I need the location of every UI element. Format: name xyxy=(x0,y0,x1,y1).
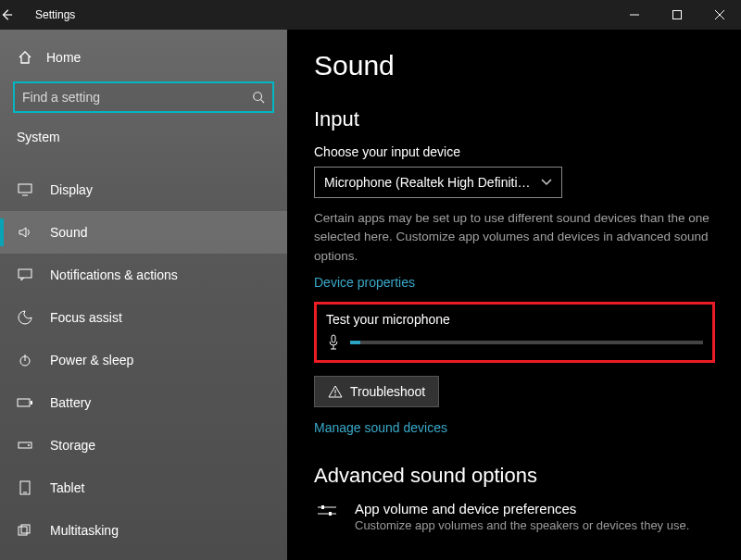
test-microphone-section: Test your microphone xyxy=(314,302,715,363)
sidebar-item-storage[interactable]: Storage xyxy=(0,424,287,467)
sidebar-item-focus-assist[interactable]: Focus assist xyxy=(0,296,287,339)
sidebar-item-label: Display xyxy=(50,182,93,197)
power-icon xyxy=(17,353,33,367)
settings-window: Settings Home xyxy=(0,0,741,560)
home-nav[interactable]: Home xyxy=(13,39,274,76)
svg-point-5 xyxy=(254,93,262,101)
svg-line-6 xyxy=(261,100,265,104)
storage-icon xyxy=(17,440,33,451)
sidebar-item-sound[interactable]: Sound xyxy=(0,211,287,254)
page-title: Sound xyxy=(314,50,715,81)
multitasking-icon xyxy=(17,524,33,537)
device-properties-link[interactable]: Device properties xyxy=(314,275,415,290)
search-input[interactable] xyxy=(22,90,252,105)
svg-rect-7 xyxy=(19,184,31,193)
manage-sound-devices-link[interactable]: Manage sound devices xyxy=(314,420,447,435)
test-mic-label: Test your microphone xyxy=(326,312,703,327)
app-volume-title: App volume and device preferences xyxy=(355,501,689,516)
window-body: Home System Display xyxy=(0,30,741,560)
sidebar-group-title: System xyxy=(13,130,274,144)
sidebar: Home System Display xyxy=(0,30,288,560)
svg-rect-9 xyxy=(19,269,31,278)
back-button[interactable] xyxy=(0,8,30,21)
svg-rect-28 xyxy=(329,512,332,516)
battery-icon xyxy=(17,397,33,408)
sidebar-item-battery[interactable]: Battery xyxy=(0,381,287,424)
chevron-down-icon xyxy=(541,179,552,186)
mic-level-meter xyxy=(350,341,703,344)
content-area: Sound Input Choose your input device Mic… xyxy=(288,30,741,560)
home-label: Home xyxy=(46,50,81,65)
window-title: Settings xyxy=(30,8,75,21)
sidebar-item-notifications[interactable]: Notifications & actions xyxy=(0,254,287,296)
maximize-icon xyxy=(672,10,682,19)
svg-rect-19 xyxy=(21,525,30,533)
close-icon xyxy=(715,10,724,19)
mic-level-fill xyxy=(350,341,360,344)
app-volume-row[interactable]: App volume and device preferences Custom… xyxy=(314,501,715,532)
sidebar-item-tablet[interactable]: Tablet xyxy=(0,467,287,509)
sidebar-item-multitasking[interactable]: Multitasking xyxy=(0,509,287,552)
input-device-dropdown[interactable]: Microphone (Realtek High Definiti… xyxy=(314,167,562,198)
sidebar-item-label: Focus assist xyxy=(50,310,122,325)
sidebar-item-label: Multitasking xyxy=(50,523,119,538)
focus-assist-icon xyxy=(17,310,33,325)
advanced-heading: Advanced sound options xyxy=(314,464,715,488)
sidebar-item-label: Power & sleep xyxy=(50,353,133,367)
sidebar-item-label: Tablet xyxy=(50,480,84,495)
warning-icon xyxy=(328,385,343,398)
svg-rect-13 xyxy=(31,401,32,404)
svg-rect-26 xyxy=(321,505,324,509)
close-button[interactable] xyxy=(698,0,741,30)
svg-point-15 xyxy=(28,444,30,446)
minimize-icon xyxy=(630,10,639,19)
notifications-icon xyxy=(17,268,33,281)
app-volume-desc: Customize app volumes and the speakers o… xyxy=(355,518,689,532)
choose-input-label: Choose your input device xyxy=(314,144,715,159)
mic-meter-row xyxy=(326,334,703,351)
sidebar-nav: Display Sound Notifications & actions Fo… xyxy=(0,168,287,552)
display-icon xyxy=(17,183,33,196)
microphone-icon xyxy=(326,334,341,351)
titlebar: Settings xyxy=(0,0,741,30)
home-icon xyxy=(17,50,33,65)
back-arrow-icon xyxy=(0,8,13,21)
search-box[interactable] xyxy=(13,81,274,113)
window-controls xyxy=(613,0,741,30)
sidebar-item-label: Notifications & actions xyxy=(50,268,178,282)
sidebar-item-power-sleep[interactable]: Power & sleep xyxy=(0,339,287,381)
selected-device-text: Microphone (Realtek High Definiti… xyxy=(324,175,531,190)
sidebar-item-label: Storage xyxy=(50,438,95,453)
svg-rect-12 xyxy=(18,399,30,406)
maximize-button[interactable] xyxy=(656,0,698,30)
sliders-icon xyxy=(314,501,340,521)
sidebar-item-label: Sound xyxy=(50,225,87,240)
input-heading: Input xyxy=(314,107,715,131)
sidebar-item-label: Battery xyxy=(50,395,91,410)
svg-rect-18 xyxy=(19,527,27,535)
minimize-button[interactable] xyxy=(613,0,656,30)
troubleshoot-label: Troubleshoot xyxy=(350,384,425,399)
svg-rect-2 xyxy=(673,11,682,19)
input-note: Certain apps may be set up to use differ… xyxy=(314,209,715,266)
tablet-icon xyxy=(17,480,33,495)
sound-icon xyxy=(17,226,33,239)
search-icon xyxy=(252,91,265,104)
svg-point-24 xyxy=(334,394,336,396)
svg-rect-20 xyxy=(332,335,335,342)
troubleshoot-button[interactable]: Troubleshoot xyxy=(314,376,439,407)
sidebar-item-display[interactable]: Display xyxy=(0,168,287,211)
